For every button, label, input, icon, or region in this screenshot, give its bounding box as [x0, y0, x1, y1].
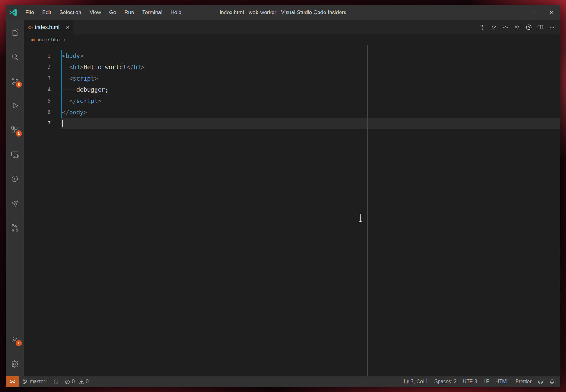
live-share-button[interactable] [6, 167, 24, 191]
window-controls: ✕ [508, 5, 560, 20]
remote-explorer-button[interactable] [6, 142, 24, 167]
git-branch-item[interactable]: master* [19, 376, 50, 387]
menu-selection[interactable]: Selection [55, 5, 86, 20]
code-line-6[interactable]: 6</body> [24, 107, 560, 118]
code-text: <h1>Hello world!</h1> [62, 61, 144, 73]
explorer-button[interactable] [6, 20, 24, 44]
git-modified-indicator [61, 118, 62, 129]
breadcrumb-symbol[interactable]: ... [68, 37, 72, 43]
menu-run[interactable]: Run [120, 5, 138, 20]
minimize-button[interactable] [508, 5, 525, 20]
menu-help[interactable]: Help [166, 5, 185, 20]
code-line-7[interactable]: 7 [24, 118, 560, 129]
accounts-button[interactable]: 1 [6, 327, 24, 352]
search-button[interactable] [6, 44, 24, 69]
code-line-5[interactable]: 5 </script> [24, 95, 560, 107]
search-icon [10, 52, 19, 61]
git-modified-indicator [61, 84, 62, 95]
run-file-button[interactable] [524, 23, 533, 32]
line-number: 2 [24, 61, 51, 73]
git-modified-indicator [61, 50, 62, 61]
menu-go[interactable]: Go [105, 5, 120, 20]
notifications-item[interactable] [546, 376, 558, 387]
cursor-position-label: Ln 7, Col 1 [404, 379, 428, 384]
tab-bar: <> index.html ✕ [24, 20, 560, 34]
run-and-debug-button[interactable] [6, 93, 24, 118]
close-button[interactable]: ✕ [543, 5, 560, 20]
warning-icon [79, 379, 84, 384]
menu-terminal[interactable]: Terminal [138, 5, 166, 20]
code-position-icon [502, 24, 509, 31]
errors-count: 0 [72, 379, 75, 384]
git-branch-icon [23, 379, 28, 384]
code-line-2[interactable]: 2 <h1>Hello world!</h1> [24, 61, 560, 73]
activity-bar: 8 1 [6, 20, 24, 376]
split-editor-button[interactable] [536, 23, 545, 32]
tab-close-icon[interactable]: ✕ [65, 24, 70, 30]
run-file-icon [525, 24, 532, 31]
sync-changes-item[interactable] [50, 376, 62, 387]
code-lines: 1<body>2 <h1>Hello world!</h1>3 <script>… [24, 50, 560, 129]
eol-label: LF [483, 379, 489, 384]
indentation-label: Spaces: 2 [434, 379, 457, 384]
remote-indicator[interactable]: >< [6, 376, 19, 387]
menu-view[interactable]: View [86, 5, 105, 20]
activity-bar-bottom: 1 [6, 327, 24, 376]
code-line-4[interactable]: 4····debugger; [24, 84, 560, 95]
remote-icon: >< [10, 379, 14, 384]
gear-icon [10, 359, 19, 369]
line-number: 5 [24, 95, 51, 107]
tab-index-html[interactable]: <> index.html ✕ [24, 20, 73, 34]
code-line-1[interactable]: 1<body> [24, 50, 560, 61]
navigate-back-button[interactable] [489, 23, 499, 32]
errors-group: 0 [65, 379, 75, 384]
vscode-window: File Edit Selection View Go Run Terminal… [6, 5, 560, 387]
line-number: 4 [24, 84, 51, 95]
source-control-button[interactable]: 8 [6, 69, 24, 93]
code-text: <body> [62, 50, 84, 61]
cursor-position-item[interactable]: Ln 7, Col 1 [401, 376, 431, 387]
open-changes-icon [479, 24, 486, 31]
deploy-button[interactable] [6, 191, 24, 216]
open-changes-button[interactable] [478, 23, 487, 32]
git-modified-indicator [61, 73, 62, 84]
encoding-item[interactable]: UTF-8 [460, 376, 480, 387]
code-line-3[interactable]: 3 <script> [24, 73, 560, 84]
sync-icon [53, 379, 59, 384]
line-number: 6 [24, 107, 51, 118]
source-control-badge: 8 [16, 81, 22, 88]
run-and-debug-icon [10, 101, 19, 110]
eol-item[interactable]: LF [480, 376, 492, 387]
error-icon [65, 379, 70, 384]
line-number: 7 [24, 118, 51, 129]
warnings-group: 0 [79, 379, 89, 384]
chevron-right-icon: › [64, 37, 65, 43]
titlebar[interactable]: File Edit Selection View Go Run Terminal… [6, 5, 560, 20]
tab-strip-empty [73, 20, 478, 34]
extensions-badge: 1 [16, 130, 22, 137]
explorer-icon [10, 28, 19, 37]
menu-bar: File Edit Selection View Go Run Terminal… [21, 5, 185, 20]
breadcrumb-file[interactable]: index.html [38, 37, 61, 43]
editor[interactable]: 1<body>2 <h1>Hello world!</h1>3 <script>… [24, 45, 560, 376]
problems-item[interactable]: 0 0 [62, 376, 92, 387]
indentation-item[interactable]: Spaces: 2 [431, 376, 460, 387]
more-actions-button[interactable] [547, 23, 557, 32]
git-modified-indicator [61, 61, 62, 73]
remote-explorer-icon [10, 150, 19, 159]
language-mode-item[interactable]: HTML [492, 376, 512, 387]
menu-file[interactable]: File [21, 5, 38, 20]
feedback-item[interactable] [535, 376, 546, 387]
formatter-item[interactable]: Prettier [512, 376, 535, 387]
maximize-button[interactable] [525, 5, 543, 20]
minimize-icon [515, 13, 519, 13]
extensions-button[interactable]: 1 [6, 118, 24, 142]
tab-label: index.html [35, 24, 59, 30]
settings-button[interactable] [6, 352, 24, 376]
menu-edit[interactable]: Edit [38, 5, 55, 20]
code-text: <script> [62, 73, 98, 84]
html-file-icon: <> [28, 25, 32, 30]
code-position-button[interactable] [501, 23, 510, 32]
github-pull-requests-button[interactable] [6, 216, 24, 240]
navigate-forward-button[interactable] [512, 23, 522, 32]
